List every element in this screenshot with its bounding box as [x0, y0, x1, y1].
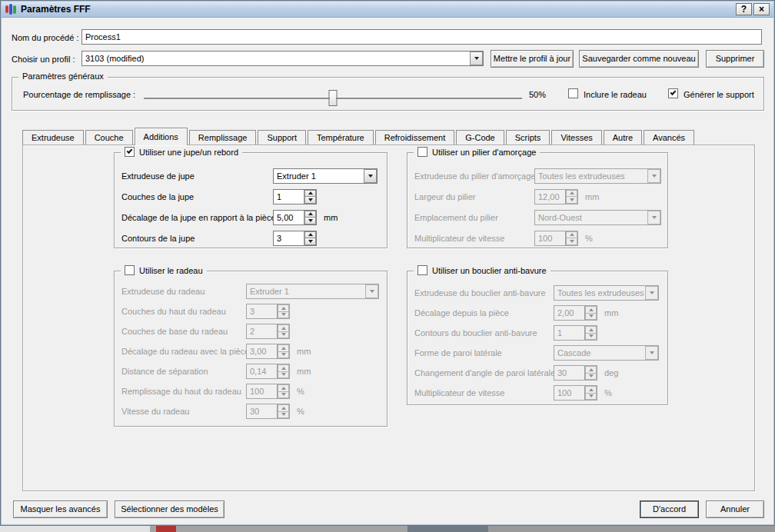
group-rows: Extrudeuse du pilier d'amorçageToutes le… [407, 153, 667, 248]
delete-profile-button[interactable]: Supprimer [706, 50, 764, 68]
setting-label: Couches de la jupe [115, 192, 194, 201]
spin-down-button [278, 311, 289, 319]
ok-button[interactable]: D'accord [640, 500, 699, 518]
unit-label: mm [324, 213, 338, 222]
setting-spinbox[interactable]: 1 [273, 189, 317, 204]
setting-row: Largeur du pilier12,00mm [407, 186, 667, 207]
spin-down-button [278, 371, 289, 379]
setting-row: Emplacement du pilierNord-Ouest [407, 207, 667, 228]
setting-spinbox: 100 [554, 385, 597, 401]
tab-extrudeuse[interactable]: Extrudeuse [22, 130, 84, 145]
setting-spinbox: 12,00 [534, 189, 578, 204]
unit-label: % [585, 234, 593, 243]
setting-dropdown: Extruder 1 [246, 284, 379, 299]
setting-spinbox: 2,00 [554, 305, 597, 321]
setting-spinbox[interactable]: 5,00 [273, 210, 317, 225]
generate-support-checkbox[interactable] [668, 88, 678, 98]
spinbox-value: 30 [554, 366, 584, 380]
setting-dropdown: Toutes les extrudeuses [534, 168, 661, 184]
spinbox-value: 1 [554, 326, 584, 340]
profile-select[interactable]: 3103 (modified) [81, 51, 484, 66]
spinbox-value: 2 [247, 324, 277, 338]
spin-up-button[interactable] [304, 211, 316, 218]
tab-autre[interactable]: Autre [604, 130, 642, 145]
tab-vitesses[interactable]: Vitesses [551, 130, 601, 145]
cancel-button[interactable]: Annuler [706, 500, 764, 518]
setting-row: Multiplicateur de vitesse100% [407, 383, 667, 403]
setting-row: Remplissage du haut du radeau100% [115, 381, 387, 401]
titlebar[interactable]: Paramètres FFF ? × [2, 2, 773, 18]
arrow-down-icon [308, 198, 313, 201]
setting-label: Multiplicateur de vitesse [407, 388, 504, 397]
spin-buttons [565, 190, 577, 204]
spin-up-button [278, 304, 289, 311]
tab-scripts[interactable]: Scripts [506, 130, 550, 145]
setting-row: Extrudeuse du bouclier anti-bavureToutes… [407, 283, 667, 303]
setting-row: Vitesse du radeau30% [115, 401, 387, 421]
arrow-up-icon [589, 388, 594, 391]
dropdown-arrow-icon[interactable] [364, 169, 377, 183]
spin-down-button[interactable] [304, 217, 316, 224]
setting-label: Largeur du pilier [407, 192, 476, 201]
spin-down-button[interactable] [304, 238, 316, 245]
process-name-label: Nom du procédé : [12, 33, 78, 42]
tab-avanc-s[interactable]: Avancés [644, 130, 694, 145]
setting-row: Changement d'angle de paroi latérale30de… [407, 363, 667, 383]
setting-row: Extrudeuse du pilier d'amorçageToutes le… [407, 165, 667, 186]
dropdown-value: Nord-Ouest [535, 211, 647, 224]
arrow-down-icon [281, 353, 286, 356]
spin-down-button [566, 196, 577, 204]
spin-down-button [585, 313, 597, 321]
select-models-button[interactable]: Sélectionner des modèles [115, 500, 225, 518]
infill-slider[interactable] [144, 98, 522, 99]
tab-g-code[interactable]: G-Code [456, 130, 504, 145]
dropdown-arrow-icon [647, 211, 660, 224]
spinbox-value: 5,00 [274, 211, 304, 224]
spin-up-button[interactable] [304, 231, 316, 238]
arrow-up-icon [281, 307, 286, 310]
setting-label: Extrudeuse de jupe [115, 171, 195, 181]
update-profile-button[interactable]: Mettre le profil à jour [491, 50, 574, 68]
spin-up-button [566, 231, 577, 238]
spin-down-button [566, 238, 577, 245]
tab-support[interactable]: Support [258, 130, 306, 145]
spin-buttons [304, 211, 316, 224]
tab-remplissage[interactable]: Remplissage [189, 130, 257, 145]
arrow-down-icon [308, 219, 313, 222]
dropdown-value: Toutes les extrudeuses [535, 169, 647, 183]
arrow-up-icon [589, 368, 594, 371]
setting-dropdown[interactable]: Extruder 1 [273, 168, 378, 184]
spin-up-button[interactable] [304, 190, 316, 197]
setting-row: Forme de paroi latéraleCascade [407, 343, 667, 363]
infill-slider-thumb[interactable] [329, 90, 338, 106]
include-raft-checkbox[interactable] [568, 88, 578, 98]
arrow-down-icon [308, 240, 313, 243]
tab-additions[interactable]: Additions [135, 128, 188, 145]
tab-refroidissement[interactable]: Refroidissement [375, 130, 454, 145]
arrow-up-icon [281, 347, 286, 350]
tab-couche[interactable]: Couche [85, 130, 133, 145]
tab-temp-rature[interactable]: Température [308, 130, 374, 145]
setting-spinbox[interactable]: 3 [273, 231, 317, 246]
spinbox-value: 3 [274, 231, 304, 245]
setting-row: Décalage du radeau avec la pièce3,00mm [115, 341, 387, 361]
spinbox-value: 30 [247, 404, 277, 418]
save-as-new-button[interactable]: Sauvegarder comme nouveau [579, 50, 699, 68]
skirt-brim-group: Utiliser une jupe/un rebordExtrudeuse de… [114, 152, 388, 248]
arrow-down-icon [650, 291, 654, 294]
help-button[interactable]: ? [736, 3, 752, 15]
spinbox-value: 100 [247, 384, 277, 398]
spin-up-button [585, 366, 597, 373]
dropdown-arrow-icon [645, 286, 658, 300]
unit-label: mm [604, 308, 618, 318]
unit-label: deg [604, 368, 618, 377]
spin-up-button [278, 384, 289, 391]
arrow-down-icon [652, 175, 657, 178]
spin-down-button[interactable] [304, 196, 316, 204]
hide-advanced-button[interactable]: Masquer les avancés [13, 500, 108, 518]
dropdown-arrow-icon[interactable] [470, 52, 483, 65]
spin-buttons [584, 386, 597, 400]
spinbox-value: 3 [247, 304, 277, 318]
close-button[interactable]: × [753, 3, 770, 15]
process-name-input[interactable] [81, 29, 762, 45]
